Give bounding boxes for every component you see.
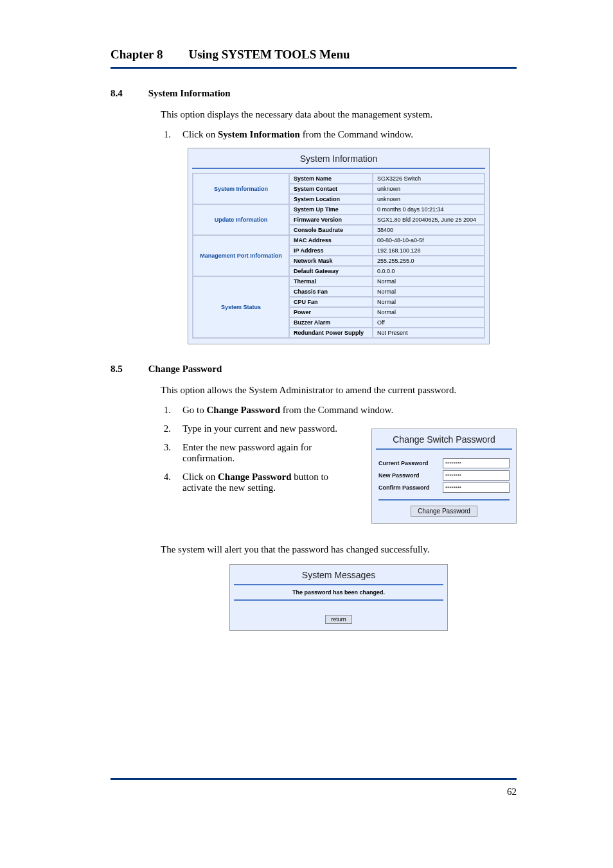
field-value: 00-80-48-10-a0-5f	[373, 235, 484, 245]
new-password-label: New Password	[378, 472, 438, 479]
field-value: Normal	[373, 307, 484, 317]
section-8-5-step-4: 4. Click on Change Password button to ac…	[161, 472, 359, 493]
divider	[376, 448, 512, 450]
section-8-5-step-2: 2. Type in your current and new password…	[161, 423, 359, 434]
new-password-input[interactable]: ********	[443, 470, 510, 481]
new-password-row: New Password ********	[378, 470, 510, 481]
step-number: 1.	[161, 129, 171, 140]
section-number: 8.4	[111, 88, 123, 99]
field-value: 255.255.255.0	[373, 256, 484, 266]
step-text: Click on Change Password button to activ…	[182, 472, 359, 493]
divider	[192, 168, 485, 169]
system-information-screenshot: System Information System InformationSys…	[188, 148, 490, 344]
section-8-5-heading: 8.5 Change Password	[111, 364, 517, 375]
field-label: System Name	[289, 173, 373, 184]
field-value: 38400	[373, 225, 484, 235]
field-value: Normal	[373, 297, 484, 307]
step-text: Click on System Information from the Com…	[182, 129, 413, 140]
section-8-5-step-3: 3. Enter the new password again for conf…	[161, 442, 359, 464]
page-number: 62	[111, 780, 517, 797]
field-label: Firmware Version	[289, 215, 373, 225]
field-label: System Contact	[289, 184, 373, 194]
field-label: Power	[289, 307, 373, 317]
category-cell: System Status	[193, 276, 289, 338]
message-text: The password has been changed.	[234, 584, 443, 601]
panel-title: Change Switch Password	[372, 429, 516, 448]
section-8-5-intro: This option allows the System Administra…	[161, 385, 517, 396]
step-text: Go to Change Password from the Command w…	[182, 405, 393, 416]
field-label: System Location	[289, 194, 373, 204]
section-number: 8.5	[111, 364, 123, 375]
section-8-4-intro: This option displays the necessary data …	[161, 109, 517, 120]
change-password-button[interactable]: Change Password	[411, 506, 477, 517]
field-value: unknown	[373, 194, 484, 204]
confirm-password-label: Confirm Password	[378, 484, 438, 491]
field-label: Default Gateway	[289, 266, 373, 276]
field-label: Console Baudrate	[289, 225, 373, 235]
field-label: IP Address	[289, 245, 373, 256]
field-value: Not Present	[373, 328, 484, 338]
panel-title: System Messages	[230, 565, 447, 584]
section-title: Change Password	[148, 364, 222, 375]
chapter-title: Using SYSTEM TOOLS Menu	[188, 48, 350, 62]
current-password-label: Current Password	[378, 460, 438, 466]
field-value: 0 months 0 days 10:21:34	[373, 204, 484, 215]
field-label: Chassis Fan	[289, 287, 373, 297]
confirm-password-row: Confirm Password ********	[378, 483, 510, 493]
page-footer: 62	[111, 778, 517, 797]
current-password-row: Current Password ********	[378, 458, 510, 468]
field-label: CPU Fan	[289, 297, 373, 307]
chapter-label: Chapter 8	[111, 48, 163, 62]
step-number: 3.	[161, 442, 171, 464]
category-cell: Update Information	[193, 204, 289, 235]
confirm-password-input[interactable]: ********	[443, 483, 510, 493]
field-label: MAC Address	[289, 235, 373, 245]
field-value: Normal	[373, 276, 484, 287]
step-number: 1.	[161, 405, 171, 416]
field-label: System Up Time	[289, 204, 373, 215]
system-messages-screenshot: System Messages The password has been ch…	[229, 564, 448, 631]
field-value: SGX3226 Switch	[373, 173, 484, 184]
panel-title: System Information	[188, 148, 489, 168]
field-value: 192.168.100.128	[373, 245, 484, 256]
section-title: System Information	[148, 88, 231, 99]
field-label: Buzzer Alarm	[289, 317, 373, 328]
current-password-input[interactable]: ********	[443, 458, 510, 468]
return-button[interactable]: return	[325, 615, 352, 624]
system-info-table: System InformationSystem NameSGX3226 Swi…	[192, 173, 485, 339]
change-password-screenshot: Change Switch Password Current Password …	[371, 429, 517, 524]
step-text: Enter the new password again for confirm…	[182, 442, 359, 464]
field-value: Off	[373, 317, 484, 328]
field-label: Thermal	[289, 276, 373, 287]
field-value: 0.0.0.0	[373, 266, 484, 276]
field-label: Redundant Power Supply	[289, 328, 373, 338]
category-cell: System Information	[193, 173, 289, 204]
section-8-4-heading: 8.4 System Information	[111, 88, 517, 99]
field-label: Network Mask	[289, 256, 373, 266]
section-8-5-step-1: 1. Go to Change Password from the Comman…	[161, 405, 517, 416]
section-8-5-after: The system will alert you that the passw…	[161, 544, 517, 555]
field-value: SGX1.80 Bld 20040625, June 25 2004	[373, 215, 484, 225]
step-number: 2.	[161, 423, 171, 434]
field-value: unknown	[373, 184, 484, 194]
category-cell: Management Port Information	[193, 235, 289, 276]
chapter-header: Chapter 8 Using SYSTEM TOOLS Menu	[111, 44, 517, 69]
step-number: 4.	[161, 472, 171, 493]
step-text: Type in your current and new password.	[182, 423, 337, 434]
field-value: Normal	[373, 287, 484, 297]
section-8-4-step-1: 1. Click on System Information from the …	[161, 129, 517, 140]
